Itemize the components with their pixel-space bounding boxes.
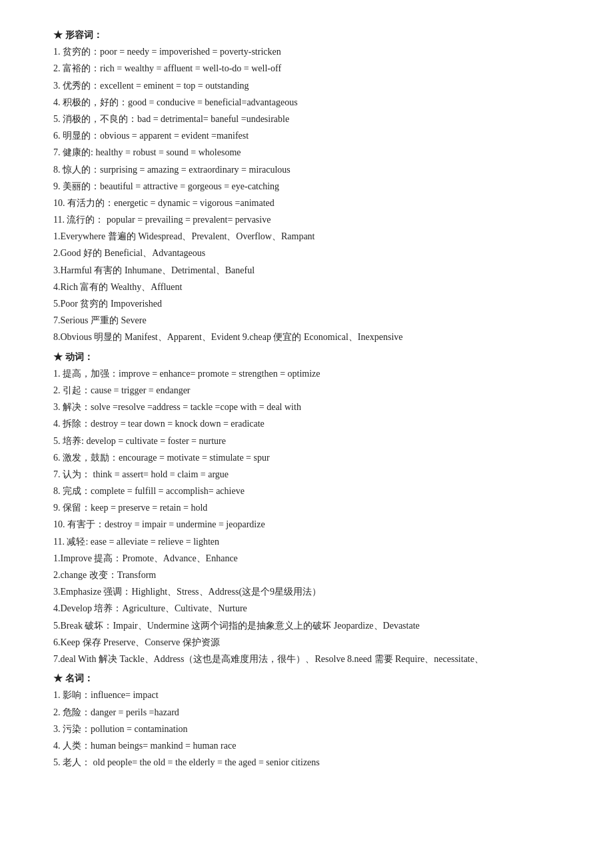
content-line-verb-e7: 7.deal With 解决 Tackle、Address（这也是高难度用法，很… (53, 651, 573, 667)
content-line-adj-e3: 3.Harmful 有害的 Inhumane、Detrimental、Banef… (53, 262, 573, 279)
content-line-adj-e2: 2.Good 好的 Beneficial、Advantageous (53, 245, 573, 261)
content-line-verb-11: 11. 减轻: ease = alleviate = relieve = lig… (53, 533, 573, 550)
content-line-adj-10: 10. 有活力的：energetic = dynamic = vigorous … (53, 195, 573, 211)
content-line-adj-e4: 4.Rich 富有的 Wealthy、Affluent (53, 279, 573, 295)
content-line-adj-9: 9. 美丽的：beautiful = attractive = gorgeous… (53, 178, 573, 195)
content-line-verb-e2: 2.change 改变：Transform (53, 567, 573, 583)
content-line-verb-e3: 3.Emphasize 强调：Highlight、Stress、Address(… (53, 583, 573, 600)
content-line-verb-6: 6. 激发，鼓励：encourage = motivate = stimulat… (53, 449, 573, 466)
content-line-adj-header: ★ 形容词： (53, 27, 573, 43)
content-line-adj-11: 11. 流行的： popular = prevailing = prevalen… (53, 211, 573, 228)
content-line-noun-1: 1. 影响：influence= impact (53, 687, 573, 703)
content-line-verb-8: 8. 完成：complete = fulfill = accomplish= a… (53, 483, 573, 499)
content-line-verb-header: ★ 动词： (53, 349, 573, 365)
content-line-noun-3: 3. 污染：pollution = contamination (53, 721, 573, 737)
content-line-noun-2: 2. 危险：danger = perils =hazard (53, 704, 573, 721)
content-line-verb-e4: 4.Develop 培养：Agriculture、Cultivate、Nurtu… (53, 600, 573, 617)
content-line-noun-header: ★ 名词： (53, 670, 573, 687)
content-line-noun-5: 5. 老人： old people= the old = the elderly… (53, 754, 573, 771)
content-line-adj-e1: 1.Everywhere 普遍的 Widespread、Prevalent、Ov… (53, 228, 573, 245)
content-line-adj-6: 6. 明显的：obvious = apparent = evident =man… (53, 127, 573, 144)
content-line-verb-7: 7. 认为： think = assert= hold = claim = ar… (53, 466, 573, 483)
content-line-verb-10: 10. 有害于：destroy = impair = undermine = j… (53, 516, 573, 533)
content-line-verb-e5: 5.Break 破坏：Impair、Undermine 这两个词指的是抽象意义上… (53, 617, 573, 634)
content-line-verb-5: 5. 培养: develop = cultivate = foster = nu… (53, 433, 573, 449)
content-line-adj-5: 5. 消极的，不良的：bad = detrimental= baneful =u… (53, 111, 573, 127)
content-line-adj-3: 3. 优秀的：excellent = eminent = top = outst… (53, 77, 573, 94)
content-line-adj-e7: 8.Obvious 明显的 Manifest、Apparent、Evident … (53, 329, 573, 345)
content-line-adj-2: 2. 富裕的：rich = wealthy = affluent = well-… (53, 60, 573, 77)
content-line-verb-4: 4. 拆除：destroy = tear down = knock down =… (53, 415, 573, 432)
content-line-noun-4: 4. 人类：human beings= mankind = human race (53, 737, 573, 754)
content-line-verb-e6: 6.Keep 保存 Preserve、Conserve 保护资源 (53, 634, 573, 651)
content-line-verb-9: 9. 保留：keep = preserve = retain = hold (53, 499, 573, 516)
page-content: ★ 形容词：1. 贫穷的：poor = needy = impoverished… (53, 27, 573, 771)
content-line-verb-1: 1. 提高，加强：improve = enhance= promote = st… (53, 365, 573, 382)
content-line-verb-3: 3. 解决：solve =resolve =address = tackle =… (53, 399, 573, 415)
content-line-adj-8: 8. 惊人的：surprising = amazing = extraordin… (53, 161, 573, 178)
content-line-adj-4: 4. 积极的，好的：good = conducive = beneficial=… (53, 94, 573, 111)
content-line-adj-e6: 7.Serious 严重的 Severe (53, 312, 573, 329)
content-line-adj-7: 7. 健康的: healthy = robust = sound = whole… (53, 144, 573, 161)
content-line-verb-e1: 1.Improve 提高：Promote、Advance、Enhance (53, 550, 573, 567)
content-line-adj-1: 1. 贫穷的：poor = needy = impoverished = pov… (53, 43, 573, 60)
content-line-verb-2: 2. 引起：cause = trigger = endanger (53, 382, 573, 399)
content-line-adj-e5: 5.Poor 贫穷的 Impoverished (53, 295, 573, 312)
